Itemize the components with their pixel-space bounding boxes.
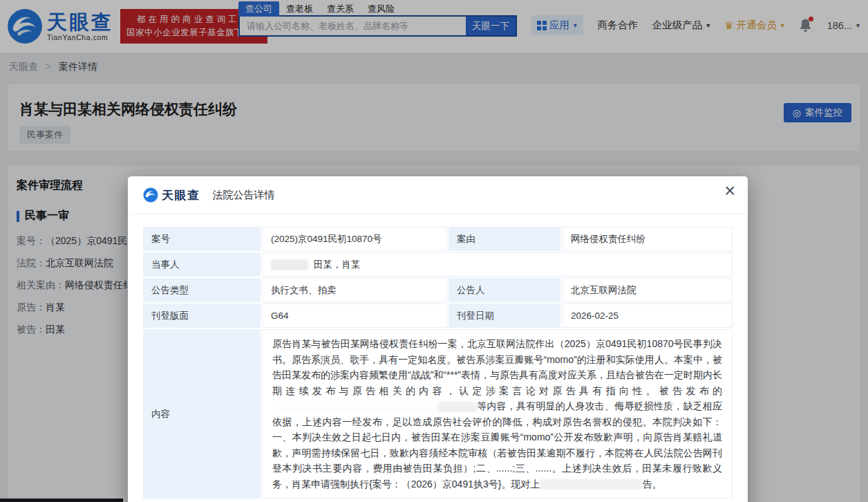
close-icon[interactable]: × [724,182,735,201]
table-row: 当事人 田某，肖某 [143,252,733,277]
table-row: 公告类型 执行文书、拍卖 公告人 北京互联网法院 [143,278,733,302]
modal-logo-brand: 天眼查 [162,187,200,203]
cause-value: 网络侵权责任纠纷 [562,227,733,251]
announcer-label: 公告人 [449,278,560,302]
table-row: 刊登版面 G64 刊登日期 2026-02-25 [143,304,733,328]
content-text: 等内容，具有明显的人身攻击、侮辱贬损性质，缺乏相应依据，上述内容一经发布，足以造… [272,400,722,490]
case-no-label: 案号 [143,227,261,251]
modal-logo-swirl-icon [143,187,158,203]
type-value: 执行文书、拍卖 [262,278,447,302]
redaction-box [438,402,477,412]
case-no-value: (2025)京0491民初10870号 [262,227,447,251]
content-label: 内容 [143,329,261,499]
cause-label: 案由 [449,227,560,251]
announcer-value: 北京互联网法院 [562,278,733,302]
date-label: 刊登日期 [449,304,560,328]
announcement-table-wrap: 案号 (2025)京0491民初10870号 案由 网络侵权责任纠纷 当事人 田… [142,225,734,500]
redaction-box [540,479,642,490]
table-row: 案号 (2025)京0491民初10870号 案由 网络侵权责任纠纷 [143,227,733,251]
court-announcement-modal: 天眼查 法院公告详情 × 案号 (2025)京0491民初10870号 案由 网… [128,176,748,502]
table-row: 内容 原告肖某与被告田某网络侵权责任纠纷一案，北京互联网法院作出（2025）京0… [143,329,733,499]
modal-title: 法院公告详情 [213,189,275,202]
type-label: 公告类型 [143,278,261,302]
parties-text: 田某，肖某 [314,259,361,270]
announcement-content: 原告肖某与被告田某网络侵权责任纠纷一案，北京互联网法院作出（2025）京0491… [262,329,733,499]
parties-value: 田某，肖某 [262,252,733,277]
redaction-box [272,402,438,412]
announcement-table: 案号 (2025)京0491民初10870号 案由 网络侵权责任纠纷 当事人 田… [142,225,734,500]
date-value: 2026-02-25 [562,304,733,328]
bottom-dark-strip [0,499,123,502]
parties-redaction [271,259,308,270]
page-value: G64 [262,304,447,328]
content-text: 告。 [642,478,661,490]
parties-label: 当事人 [143,252,261,277]
page-label: 刊登版面 [143,304,261,328]
modal-header: 天眼查 法院公告详情 × [128,176,748,214]
content-text: 原告肖某与被告田某网络侵权责任纠纷一案，北京互联网法院作出（2025）京0491… [272,338,722,396]
